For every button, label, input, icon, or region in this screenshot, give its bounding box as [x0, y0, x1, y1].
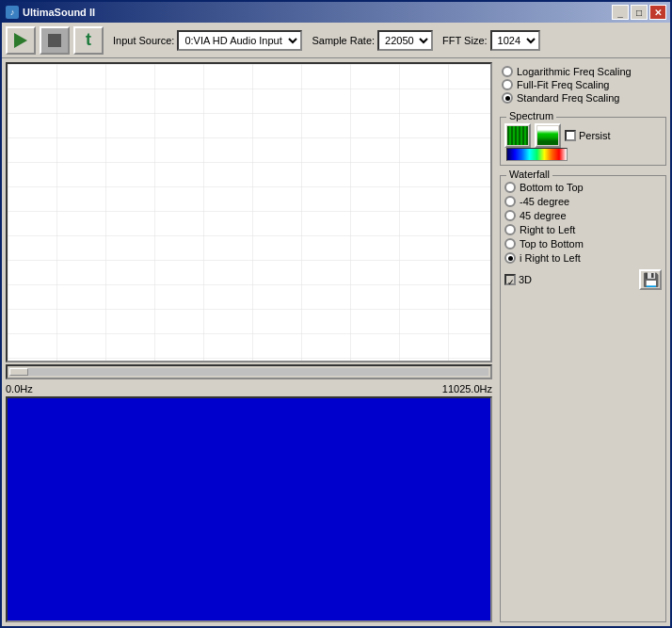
waterfall-minus45-radio[interactable] [504, 196, 516, 207]
freq-log-option[interactable]: Logarithmic Freq Scaling [502, 66, 664, 77]
sample-rate-group: Sample Rate: 22050 [306, 30, 433, 51]
spectrum-btn-gradient[interactable] [535, 123, 561, 148]
chart-area: 0.0Hz 11025.0Hz [2, 58, 496, 626]
waterfall-i-right-left-radio[interactable] [504, 252, 516, 264]
waterfall-minus45[interactable]: -45 degree [504, 196, 662, 207]
save-icon: 💾 [643, 272, 659, 287]
title-bar-text: ♪ UltimaSound II [6, 6, 95, 19]
input-source-group: Input Source: 0:VIA HD Audio Input [107, 30, 302, 51]
freq-scale-group: Logarithmic Freq Scaling Full-Fit Freq S… [500, 62, 666, 107]
play-icon [14, 33, 27, 48]
waterfall-i-right-left-label: i Right to Left [520, 252, 581, 264]
freq-low-label: 0.0Hz [6, 383, 33, 395]
sample-rate-select[interactable]: 22050 [377, 30, 433, 51]
three-d-checkbox[interactable]: ✓ [504, 274, 516, 285]
waterfall-bottom-top-label: Bottom to Top [520, 182, 584, 193]
persist-control: Persist [565, 130, 611, 141]
freq-labels: 0.0Hz 11025.0Hz [2, 381, 496, 396]
app-icon: ♪ [6, 6, 19, 19]
waterfall-top-bottom[interactable]: Top to Bottom [504, 238, 662, 250]
spectrum-grid [8, 64, 490, 361]
waterfall-minus45-label: -45 degree [520, 196, 569, 207]
freq-fullfit-radio[interactable] [502, 79, 513, 90]
toolbar: t Input Source: 0:VIA HD Audio Input Sam… [2, 23, 670, 58]
freq-standard-label: Standard Freq Scaling [517, 92, 619, 104]
waterfall-right-left-radio[interactable] [504, 224, 516, 235]
sample-rate-label: Sample Rate: [312, 35, 375, 46]
svg-rect-3 [8, 64, 490, 361]
three-d-control: ✓ 3D [504, 274, 532, 285]
fft-size-select[interactable]: 1024 [490, 30, 540, 51]
close-button[interactable]: ✕ [649, 5, 666, 20]
fft-size-group: FFT Size: 1024 [437, 30, 539, 51]
freq-fullfit-label: Full-Fit Freq Scaling [517, 79, 609, 90]
waterfall-right-left-label: Right to Left [520, 224, 575, 235]
stop-icon [48, 34, 61, 47]
freq-fullfit-option[interactable]: Full-Fit Freq Scaling [502, 79, 664, 90]
freq-standard-option[interactable]: Standard Freq Scaling [502, 92, 664, 104]
waterfall-display [6, 396, 492, 622]
freq-standard-radio[interactable] [502, 92, 513, 104]
input-source-label: Input Source: [113, 35, 174, 46]
maximize-button[interactable]: □ [631, 5, 648, 20]
color-slider[interactable] [506, 148, 568, 161]
waterfall-options: Bottom to Top -45 degree 45 degree Right… [504, 182, 662, 264]
spectrum-group: Spectrum Persist [500, 117, 666, 166]
freq-log-radio[interactable] [502, 66, 513, 77]
waterfall-bottom-top[interactable]: Bottom to Top [504, 182, 662, 193]
stop-button[interactable] [40, 26, 70, 55]
spectrum-controls: Persist [504, 123, 662, 148]
title-bar: ♪ UltimaSound II _ □ ✕ [2, 2, 670, 23]
scrollbar-track [9, 368, 488, 376]
waterfall-i-right-left[interactable]: i Right to Left [504, 252, 662, 264]
minimize-button[interactable]: _ [612, 5, 629, 20]
waterfall-top-bottom-label: Top to Bottom [520, 238, 584, 250]
waterfall-top-bottom-radio[interactable] [504, 238, 516, 250]
freq-log-label: Logarithmic Freq Scaling [517, 66, 632, 77]
input-source-select[interactable]: 0:VIA HD Audio Input [177, 30, 302, 51]
waterfall-group: Waterfall Bottom to Top -45 degree 45 de… [500, 175, 666, 622]
scrollbar-thumb[interactable] [9, 368, 28, 376]
persist-checkbox[interactable] [565, 130, 576, 141]
play-button[interactable] [6, 26, 36, 55]
spectrum-group-title: Spectrum [506, 110, 556, 121]
persist-label: Persist [579, 130, 611, 141]
waterfall-bottom-top-radio[interactable] [504, 182, 516, 193]
waterfall-right-left[interactable]: Right to Left [504, 224, 662, 235]
waterfall-plus45[interactable]: 45 degree [504, 210, 662, 221]
main-window: ♪ UltimaSound II _ □ ✕ t Input Source: 0… [0, 0, 672, 628]
fft-size-label: FFT Size: [442, 35, 487, 46]
save-image-button[interactable]: 💾 [639, 269, 662, 290]
record-button[interactable]: t [73, 26, 104, 55]
three-d-label-text: 3D [519, 274, 532, 285]
spectrum-btn-bars[interactable] [504, 123, 531, 148]
horizontal-scrollbar[interactable] [6, 364, 492, 379]
waterfall-plus45-label: 45 degree [520, 210, 567, 221]
spectrum-display [6, 62, 492, 362]
spectrum-gradient-icon [537, 126, 558, 145]
freq-high-label: 11025.0Hz [442, 383, 492, 395]
three-d-row: ✓ 3D 💾 [504, 269, 662, 290]
spectrum-bars-icon [507, 126, 528, 145]
waterfall-group-title: Waterfall [506, 169, 552, 180]
waterfall-plus45-radio[interactable] [504, 210, 516, 221]
main-content: 0.0Hz 11025.0Hz Logarithmic Freq Scaling… [2, 58, 670, 626]
title-bar-controls: _ □ ✕ [612, 5, 666, 20]
right-panel: Logarithmic Freq Scaling Full-Fit Freq S… [496, 58, 670, 626]
record-icon: t [86, 30, 91, 50]
window-title: UltimaSound II [23, 7, 95, 18]
